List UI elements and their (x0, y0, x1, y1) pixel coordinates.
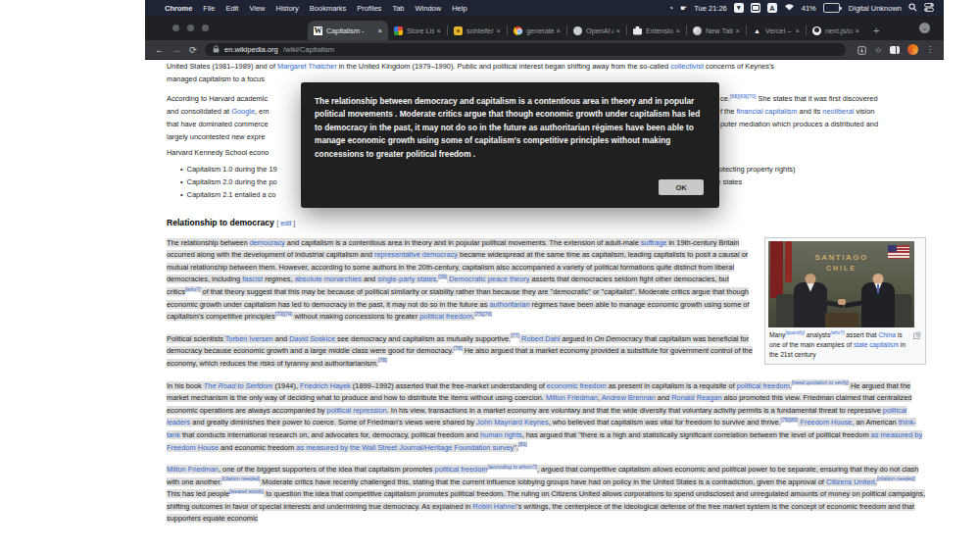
wiki-link[interactable]: Citizens United (826, 477, 875, 486)
menu-item-history[interactable]: History (276, 4, 299, 13)
bookmark-star-icon[interactable]: ☆ (874, 45, 882, 55)
side-panel-icon[interactable] (890, 46, 900, 54)
new-tab-button[interactable]: + (873, 25, 879, 36)
citation-link[interactable]: [weasel words] (229, 488, 264, 494)
citation-link[interactable]: [79][80] (781, 417, 799, 423)
tab-extensions[interactable]: Extensions× (627, 21, 686, 40)
input-source-icon[interactable]: A (767, 3, 777, 13)
menu-item-help[interactable]: Help (452, 4, 466, 13)
wiki-link[interactable]: collectivist (670, 62, 704, 71)
citation-link[interactable]: [citation needed] (877, 476, 915, 481)
wiki-link[interactable]: state capitalism (854, 341, 899, 348)
wiki-link[interactable]: neoliberal (822, 107, 854, 116)
wiki-link[interactable]: Milton Friedman (546, 393, 598, 402)
record-icon[interactable]: ▾ (734, 3, 744, 13)
citation-link[interactable]: [81] (518, 441, 527, 447)
back-button[interactable]: ← (155, 40, 165, 59)
wiki-link[interactable]: Andrew Brennan (602, 393, 656, 402)
spotlight-search-icon[interactable] (908, 3, 917, 14)
wiki-link[interactable]: Ronald Reagan (671, 393, 721, 402)
tab-store-listing[interactable]: Store Listing× (388, 21, 447, 40)
wiki-link[interactable]: political freedom (435, 465, 488, 474)
menu-item-file[interactable]: File (203, 4, 215, 13)
citation-link[interactable]: [citation needed] (221, 476, 260, 481)
tab-generated-r[interactable]: generated r× (508, 21, 566, 40)
citation-link[interactable]: [need quotation to verify] (792, 379, 849, 385)
edit-section-link[interactable]: [ edit ] (276, 220, 295, 226)
close-tab-icon[interactable]: × (796, 26, 800, 35)
close-tab-icon[interactable]: × (856, 26, 859, 35)
wiki-link[interactable]: human rights (480, 430, 522, 439)
close-tab-icon[interactable]: × (557, 26, 561, 35)
tab-search-icon[interactable]: ⌄ (919, 23, 930, 33)
tab-new-tab[interactable]: New Tab× (687, 21, 746, 40)
wiki-link[interactable]: economic freedom (547, 381, 607, 390)
close-tab-icon[interactable]: × (616, 26, 620, 35)
citation-link[interactable]: [78] (378, 357, 387, 363)
wiki-link[interactable]: Democratic peace theory (449, 275, 529, 283)
chrome-menu-icon[interactable]: ⋮ (926, 45, 934, 54)
wiki-link[interactable]: single-party states (377, 275, 436, 283)
citation-link[interactable]: [68][69][70] (730, 94, 757, 99)
install-page-icon[interactable] (858, 41, 866, 59)
wiki-link[interactable]: political freedom (419, 312, 472, 321)
menu-item-profiles[interactable]: Profiles (357, 4, 381, 13)
wiki-link[interactable]: suffrage (641, 238, 667, 247)
zoom-window-button[interactable] (202, 25, 209, 31)
ok-button[interactable]: OK (659, 179, 704, 195)
menu-item-view[interactable]: View (249, 4, 265, 13)
wiki-link[interactable]: David Soskice (289, 334, 335, 343)
profile-avatar[interactable] (907, 44, 918, 55)
wiki-link[interactable]: Torben Iversen (225, 334, 273, 343)
wiki-link[interactable]: political repression (327, 406, 387, 415)
citation-link[interactable]: [77] (511, 332, 519, 338)
close-tab-icon[interactable]: × (378, 26, 382, 35)
citation-link[interactable]: [quantify] (785, 329, 805, 334)
close-tab-icon[interactable]: × (437, 26, 441, 35)
minimize-window-button[interactable] (187, 25, 194, 31)
citation-link[interactable]: [39] (438, 274, 447, 279)
wiki-link[interactable]: Milton Friedman (167, 465, 219, 474)
hand-app-icon[interactable]: ☛ (680, 4, 687, 13)
wiki-link[interactable]: John Maynard Keynes (476, 418, 549, 427)
menu-item-chrome[interactable]: Chrome (165, 4, 192, 13)
menu-item-window[interactable]: Window (415, 4, 441, 13)
wiki-link[interactable]: Robert Dahl (521, 334, 560, 343)
wiki-link[interactable]: authoritarian (489, 300, 529, 309)
wiki-link[interactable]: financial capitalism (736, 107, 797, 116)
wiki-link[interactable]: China (878, 331, 895, 338)
wiki-link[interactable]: fascist (242, 275, 263, 283)
tab-openai-api[interactable]: OpenAI API× (567, 21, 626, 40)
article-thumbnail[interactable]: SANTIAGO CHILE Many[quantify] analysts[ (764, 237, 926, 365)
wiki-link[interactable]: as measured by the Wall Street Journal/H… (296, 443, 514, 452)
wiki-link[interactable]: democracy (250, 238, 285, 247)
wiki-link[interactable]: Friedrich Hayek (300, 381, 351, 390)
citation-link[interactable]: [who?] (830, 329, 844, 334)
display-mirroring-icon[interactable] (751, 3, 760, 13)
close-tab-icon[interactable]: × (676, 26, 680, 35)
tab-next-js-cons[interactable]: next.js/cons× (807, 21, 865, 40)
close-tab-icon[interactable]: × (497, 26, 501, 35)
close-window-button[interactable] (172, 25, 179, 31)
reload-button[interactable]: ⟳ (189, 40, 197, 59)
menu-item-edit[interactable]: Edit (225, 4, 238, 13)
menu-item-tab[interactable]: Tab (392, 4, 404, 13)
citation-link[interactable]: [according to whom?] (487, 464, 537, 470)
wiki-link[interactable]: Robin Hahnel (473, 502, 517, 511)
screen-time-icon[interactable]: ◔ (668, 4, 673, 13)
omnibox[interactable]: en.wikipedia.org/wiki/Capitalism (205, 43, 846, 56)
wiki-link[interactable]: Google (231, 107, 255, 116)
menubar-clock[interactable]: Tue 21:26 (694, 4, 727, 13)
enlarge-icon[interactable] (913, 331, 921, 342)
wiki-link[interactable]: Freedom House (800, 418, 852, 427)
forward-button[interactable]: → (172, 40, 182, 59)
tab-sohleifer-s[interactable]: sohleifer (S× (448, 21, 507, 40)
tab-capitalism[interactable]: WCapitalism -× (308, 21, 388, 40)
close-tab-icon[interactable]: × (736, 26, 740, 35)
citation-link[interactable]: [who?] (185, 286, 201, 292)
tab-vercel-ho[interactable]: ▲Vercel – Ho× (747, 21, 806, 40)
wifi-icon[interactable] (784, 3, 795, 13)
lock-icon[interactable] (213, 45, 220, 55)
wiki-link[interactable]: representative democracy (374, 250, 458, 259)
menu-item-bookmarks[interactable]: Bookmarks (310, 4, 347, 13)
